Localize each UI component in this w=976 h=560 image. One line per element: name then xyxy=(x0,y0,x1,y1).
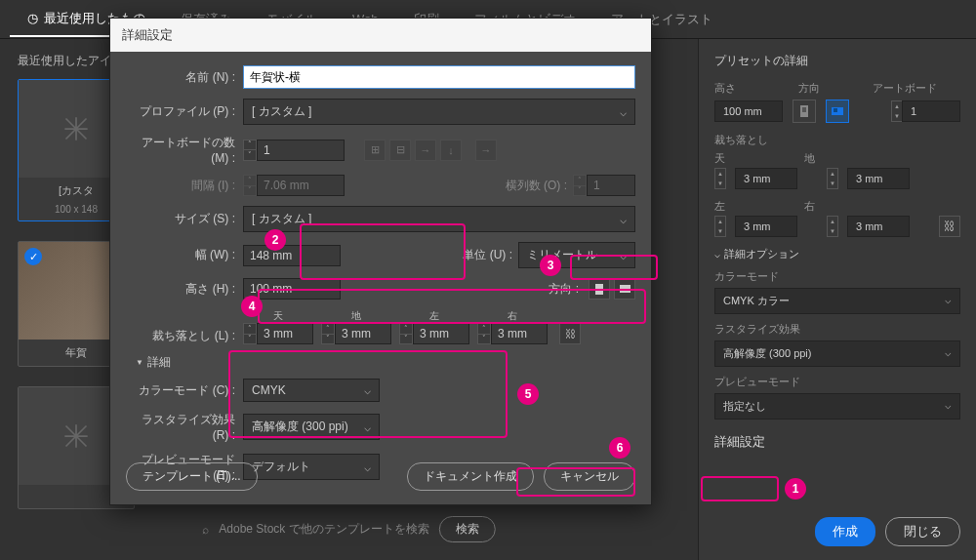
close-button[interactable]: 閉じる xyxy=(885,517,960,546)
detail-toggle[interactable]: 詳細 xyxy=(136,354,635,371)
svg-rect-3 xyxy=(834,108,837,112)
artboards-field[interactable]: 1 xyxy=(257,140,345,161)
bleed-left-field-dlg[interactable]: 3 mm xyxy=(413,323,469,344)
orient-landscape-button[interactable] xyxy=(826,100,849,123)
height-field-dlg[interactable]: 100 mm xyxy=(243,278,341,300)
artboards-label: アートボードの数 (M) : xyxy=(126,135,243,165)
bleed-right-label: 右 xyxy=(804,199,960,214)
bleed-left-stepper-dlg[interactable]: ˄˅ xyxy=(399,323,413,344)
bleed-right-field-dlg[interactable]: 3 mm xyxy=(491,323,548,344)
link-icon[interactable]: ⛓ xyxy=(939,216,960,237)
profile-label: プロファイル (P) : xyxy=(126,103,243,120)
bleed-top-lbl: 天 xyxy=(273,309,283,323)
bleed-left-stepper[interactable]: ▲▼ xyxy=(714,216,726,237)
svg-rect-1 xyxy=(802,107,806,112)
unit-label: 単位 (U) : xyxy=(463,247,512,263)
cols-label: 横列数 (O) : xyxy=(506,178,567,194)
height-field[interactable]: 100 mm xyxy=(714,100,783,122)
color-mode-select[interactable]: CMYK カラー xyxy=(714,288,960,314)
bleed-label: 裁ち落とし xyxy=(714,133,960,147)
bleed-top-label: 天 xyxy=(714,151,793,166)
bleed-bottom-stepper[interactable]: ▲▼ xyxy=(827,168,838,189)
height-label: 高さ xyxy=(714,81,783,96)
height-label-dlg: 高さ (H) : xyxy=(126,281,243,298)
bleed-top-field[interactable]: 3 mm xyxy=(735,168,797,189)
arrow-more-icon: → xyxy=(475,140,497,161)
name-label: 名前 (N) : xyxy=(126,69,243,86)
profile-select[interactable]: [ カスタム ] xyxy=(243,99,635,125)
raster-label: ラスタライズ効果 xyxy=(714,322,960,337)
advanced-settings-dialog: 詳細設定 名前 (N) : プロファイル (P) : [ カスタム ] アートボ… xyxy=(109,18,652,505)
artboard-field[interactable]: 1 xyxy=(902,100,960,122)
search-button[interactable]: 検索 xyxy=(439,516,496,542)
bleed-bottom-field-dlg[interactable]: 3 mm xyxy=(335,323,391,344)
check-icon: ✓ xyxy=(24,248,42,265)
svg-rect-4 xyxy=(595,284,603,295)
unit-select[interactable]: ミリメートル xyxy=(518,242,635,268)
bleed-right-field[interactable]: 3 mm xyxy=(847,216,910,237)
artboard-label: アートボード xyxy=(873,81,960,96)
raster-label-dlg: ラスタライズ効果 (R) : xyxy=(126,412,243,442)
dialog-title: 詳細設定 xyxy=(110,19,651,52)
bleed-bottom-lbl: 地 xyxy=(351,309,361,323)
spacing-label: 間隔 (I) : xyxy=(126,178,243,194)
svg-rect-5 xyxy=(620,285,630,293)
arrow-down-icon: ↓ xyxy=(440,140,462,161)
raster-select[interactable]: 高解像度 (300 ppi) xyxy=(714,340,960,367)
bleed-right-stepper[interactable]: ▲▼ xyxy=(827,216,838,237)
search-placeholder: Adobe Stock で他のテンプレートを検索 xyxy=(219,521,428,538)
raster-select-dlg[interactable]: 高解像度 (300 ppi) xyxy=(243,414,380,440)
clock-icon: ◷ xyxy=(27,11,38,25)
color-mode-label-dlg: カラーモード (C) : xyxy=(126,382,243,399)
bleed-top-stepper-dlg[interactable]: ˄˅ xyxy=(243,323,257,344)
size-label: サイズ (S) : xyxy=(126,211,243,227)
width-field[interactable]: 148 mm xyxy=(243,245,341,266)
bleed-top-stepper[interactable]: ▲▼ xyxy=(714,168,726,189)
bleed-left-label: 左 xyxy=(714,199,793,214)
artboards-stepper[interactable]: ˄˅ xyxy=(243,140,257,161)
orient-portrait-button[interactable] xyxy=(793,100,816,123)
bleed-left-lbl: 左 xyxy=(429,309,439,323)
bleed-bottom-stepper-dlg[interactable]: ˄˅ xyxy=(321,323,335,344)
cols-stepper: ˄˅ xyxy=(573,175,587,196)
cancel-button[interactable]: キャンセル xyxy=(544,462,635,491)
name-input[interactable] xyxy=(243,65,635,89)
spacing-stepper: ˄˅ xyxy=(243,175,257,196)
advanced-toggle[interactable]: 詳細オプション xyxy=(714,247,960,261)
bleed-right-stepper-dlg[interactable]: ˄˅ xyxy=(477,323,491,344)
grid-icon-1: ⊞ xyxy=(364,140,386,161)
color-mode-select-dlg[interactable]: CMYK xyxy=(243,379,380,402)
bleed-left-field[interactable]: 3 mm xyxy=(735,216,797,237)
preset-detail-panel: プリセットの詳細 高さ 方向 アートボード 100 mm ▲▼ 1 裁ち落とし … xyxy=(698,39,976,560)
stock-search: ⌕ Adobe Stock で他のテンプレートを検索 検索 xyxy=(202,516,495,542)
orient-landscape-btn[interactable] xyxy=(614,278,635,300)
more-settings-button[interactable]: 詳細設定 xyxy=(714,434,765,449)
bleed-right-lbl: 右 xyxy=(508,309,517,323)
template-button[interactable]: テンプレート (T)... xyxy=(126,462,258,491)
arrow-right-icon: → xyxy=(415,140,436,161)
width-label: 幅 (W) : xyxy=(126,247,243,263)
doc-create-button[interactable]: ドキュメント作成 xyxy=(407,462,534,491)
color-mode-label: カラーモード xyxy=(714,269,960,284)
cols-field: 1 xyxy=(587,175,635,196)
grid-icon-2: ⊟ xyxy=(389,140,411,161)
orient-label-dlg: 方向 : xyxy=(549,281,579,298)
spacing-field: 7.06 mm xyxy=(257,175,345,196)
preview-select[interactable]: 指定なし xyxy=(714,393,960,420)
bleed-link-icon[interactable]: ⛓ xyxy=(559,323,581,344)
search-icon: ⌕ xyxy=(202,523,209,537)
bleed-bottom-field[interactable]: 3 mm xyxy=(847,168,910,189)
bleed-bottom-label: 地 xyxy=(804,151,863,166)
create-button[interactable]: 作成 xyxy=(815,517,875,546)
panel-title: プリセットの詳細 xyxy=(714,53,960,69)
size-select[interactable]: [ カスタム ] xyxy=(243,206,635,232)
preview-label: プレビューモード xyxy=(714,375,960,389)
bleed-label-dlg: 裁ち落とし (L) : xyxy=(126,328,243,344)
orient-label: 方向 xyxy=(798,81,857,96)
orient-portrait-btn[interactable] xyxy=(589,278,610,300)
bleed-top-field-dlg[interactable]: 3 mm xyxy=(257,323,313,344)
